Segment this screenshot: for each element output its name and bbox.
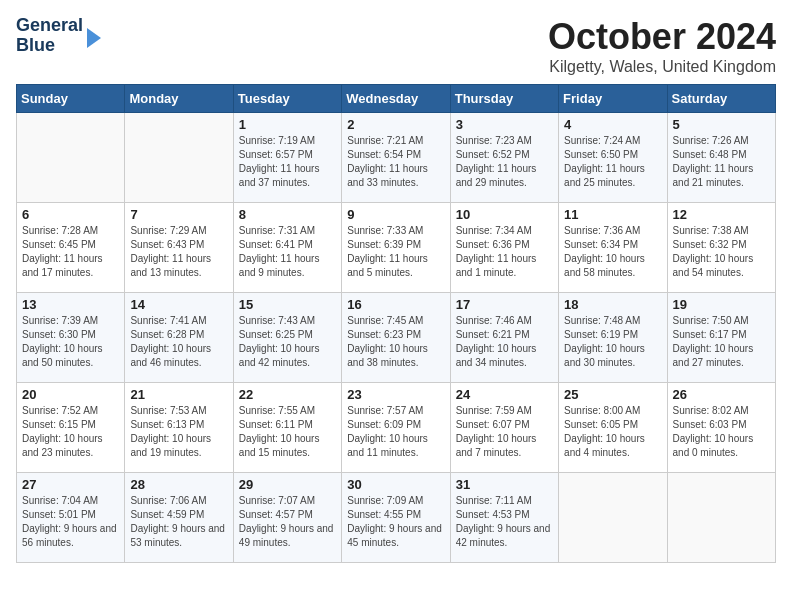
- day-info: Sunrise: 7:07 AM Sunset: 4:57 PM Dayligh…: [239, 494, 336, 550]
- day-of-week-header: Saturday: [667, 85, 775, 113]
- calendar-cell: 7Sunrise: 7:29 AM Sunset: 6:43 PM Daylig…: [125, 203, 233, 293]
- calendar-cell: 31Sunrise: 7:11 AM Sunset: 4:53 PM Dayli…: [450, 473, 558, 563]
- day-number: 6: [22, 207, 119, 222]
- day-info: Sunrise: 7:31 AM Sunset: 6:41 PM Dayligh…: [239, 224, 336, 280]
- calendar-cell: 13Sunrise: 7:39 AM Sunset: 6:30 PM Dayli…: [17, 293, 125, 383]
- calendar-week-row: 27Sunrise: 7:04 AM Sunset: 5:01 PM Dayli…: [17, 473, 776, 563]
- calendar-cell: 15Sunrise: 7:43 AM Sunset: 6:25 PM Dayli…: [233, 293, 341, 383]
- calendar-cell: 23Sunrise: 7:57 AM Sunset: 6:09 PM Dayli…: [342, 383, 450, 473]
- day-number: 2: [347, 117, 444, 132]
- day-of-week-header: Monday: [125, 85, 233, 113]
- calendar-cell: [125, 113, 233, 203]
- day-number: 21: [130, 387, 227, 402]
- day-info: Sunrise: 7:11 AM Sunset: 4:53 PM Dayligh…: [456, 494, 553, 550]
- day-number: 10: [456, 207, 553, 222]
- calendar-cell: 21Sunrise: 7:53 AM Sunset: 6:13 PM Dayli…: [125, 383, 233, 473]
- month-title: October 2024: [548, 16, 776, 58]
- day-info: Sunrise: 7:48 AM Sunset: 6:19 PM Dayligh…: [564, 314, 661, 370]
- calendar-week-row: 20Sunrise: 7:52 AM Sunset: 6:15 PM Dayli…: [17, 383, 776, 473]
- day-info: Sunrise: 7:39 AM Sunset: 6:30 PM Dayligh…: [22, 314, 119, 370]
- calendar-cell: 4Sunrise: 7:24 AM Sunset: 6:50 PM Daylig…: [559, 113, 667, 203]
- day-of-week-header: Sunday: [17, 85, 125, 113]
- day-number: 13: [22, 297, 119, 312]
- calendar-cell: 6Sunrise: 7:28 AM Sunset: 6:45 PM Daylig…: [17, 203, 125, 293]
- day-of-week-header: Tuesday: [233, 85, 341, 113]
- day-info: Sunrise: 7:53 AM Sunset: 6:13 PM Dayligh…: [130, 404, 227, 460]
- logo-text: General Blue: [16, 16, 83, 56]
- day-number: 18: [564, 297, 661, 312]
- day-info: Sunrise: 7:41 AM Sunset: 6:28 PM Dayligh…: [130, 314, 227, 370]
- calendar-cell: 25Sunrise: 8:00 AM Sunset: 6:05 PM Dayli…: [559, 383, 667, 473]
- day-info: Sunrise: 7:24 AM Sunset: 6:50 PM Dayligh…: [564, 134, 661, 190]
- day-number: 12: [673, 207, 770, 222]
- day-number: 11: [564, 207, 661, 222]
- day-number: 4: [564, 117, 661, 132]
- logo-arrow-icon: [87, 28, 101, 48]
- day-number: 15: [239, 297, 336, 312]
- calendar-cell: 2Sunrise: 7:21 AM Sunset: 6:54 PM Daylig…: [342, 113, 450, 203]
- day-info: Sunrise: 7:43 AM Sunset: 6:25 PM Dayligh…: [239, 314, 336, 370]
- calendar-cell: 22Sunrise: 7:55 AM Sunset: 6:11 PM Dayli…: [233, 383, 341, 473]
- day-number: 24: [456, 387, 553, 402]
- day-info: Sunrise: 7:19 AM Sunset: 6:57 PM Dayligh…: [239, 134, 336, 190]
- day-info: Sunrise: 7:57 AM Sunset: 6:09 PM Dayligh…: [347, 404, 444, 460]
- day-info: Sunrise: 7:52 AM Sunset: 6:15 PM Dayligh…: [22, 404, 119, 460]
- calendar-header: SundayMondayTuesdayWednesdayThursdayFrid…: [17, 85, 776, 113]
- day-info: Sunrise: 7:38 AM Sunset: 6:32 PM Dayligh…: [673, 224, 770, 280]
- day-info: Sunrise: 7:46 AM Sunset: 6:21 PM Dayligh…: [456, 314, 553, 370]
- day-of-week-header: Wednesday: [342, 85, 450, 113]
- title-block: October 2024 Kilgetty, Wales, United Kin…: [548, 16, 776, 76]
- header: General Blue October 2024 Kilgetty, Wale…: [16, 16, 776, 76]
- day-number: 8: [239, 207, 336, 222]
- day-number: 30: [347, 477, 444, 492]
- day-number: 19: [673, 297, 770, 312]
- day-info: Sunrise: 7:06 AM Sunset: 4:59 PM Dayligh…: [130, 494, 227, 550]
- calendar-cell: [559, 473, 667, 563]
- calendar-cell: 8Sunrise: 7:31 AM Sunset: 6:41 PM Daylig…: [233, 203, 341, 293]
- day-number: 3: [456, 117, 553, 132]
- day-info: Sunrise: 8:02 AM Sunset: 6:03 PM Dayligh…: [673, 404, 770, 460]
- day-number: 5: [673, 117, 770, 132]
- day-number: 22: [239, 387, 336, 402]
- day-info: Sunrise: 7:21 AM Sunset: 6:54 PM Dayligh…: [347, 134, 444, 190]
- day-info: Sunrise: 7:50 AM Sunset: 6:17 PM Dayligh…: [673, 314, 770, 370]
- day-number: 17: [456, 297, 553, 312]
- day-number: 25: [564, 387, 661, 402]
- calendar-cell: 1Sunrise: 7:19 AM Sunset: 6:57 PM Daylig…: [233, 113, 341, 203]
- calendar-cell: 12Sunrise: 7:38 AM Sunset: 6:32 PM Dayli…: [667, 203, 775, 293]
- calendar-cell: 18Sunrise: 7:48 AM Sunset: 6:19 PM Dayli…: [559, 293, 667, 383]
- calendar-cell: 9Sunrise: 7:33 AM Sunset: 6:39 PM Daylig…: [342, 203, 450, 293]
- calendar-week-row: 1Sunrise: 7:19 AM Sunset: 6:57 PM Daylig…: [17, 113, 776, 203]
- day-info: Sunrise: 7:26 AM Sunset: 6:48 PM Dayligh…: [673, 134, 770, 190]
- location: Kilgetty, Wales, United Kingdom: [548, 58, 776, 76]
- day-number: 14: [130, 297, 227, 312]
- day-info: Sunrise: 7:33 AM Sunset: 6:39 PM Dayligh…: [347, 224, 444, 280]
- calendar-cell: [17, 113, 125, 203]
- day-info: Sunrise: 7:23 AM Sunset: 6:52 PM Dayligh…: [456, 134, 553, 190]
- calendar-table: SundayMondayTuesdayWednesdayThursdayFrid…: [16, 84, 776, 563]
- calendar-cell: 14Sunrise: 7:41 AM Sunset: 6:28 PM Dayli…: [125, 293, 233, 383]
- logo: General Blue: [16, 16, 101, 56]
- calendar-cell: 17Sunrise: 7:46 AM Sunset: 6:21 PM Dayli…: [450, 293, 558, 383]
- day-number: 26: [673, 387, 770, 402]
- calendar-cell: 11Sunrise: 7:36 AM Sunset: 6:34 PM Dayli…: [559, 203, 667, 293]
- day-number: 7: [130, 207, 227, 222]
- calendar-cell: [667, 473, 775, 563]
- day-info: Sunrise: 7:04 AM Sunset: 5:01 PM Dayligh…: [22, 494, 119, 550]
- calendar-cell: 29Sunrise: 7:07 AM Sunset: 4:57 PM Dayli…: [233, 473, 341, 563]
- calendar-week-row: 6Sunrise: 7:28 AM Sunset: 6:45 PM Daylig…: [17, 203, 776, 293]
- header-row: SundayMondayTuesdayWednesdayThursdayFrid…: [17, 85, 776, 113]
- day-info: Sunrise: 7:29 AM Sunset: 6:43 PM Dayligh…: [130, 224, 227, 280]
- day-number: 27: [22, 477, 119, 492]
- day-number: 9: [347, 207, 444, 222]
- calendar-cell: 19Sunrise: 7:50 AM Sunset: 6:17 PM Dayli…: [667, 293, 775, 383]
- day-number: 28: [130, 477, 227, 492]
- calendar-cell: 24Sunrise: 7:59 AM Sunset: 6:07 PM Dayli…: [450, 383, 558, 473]
- calendar-cell: 3Sunrise: 7:23 AM Sunset: 6:52 PM Daylig…: [450, 113, 558, 203]
- calendar-cell: 16Sunrise: 7:45 AM Sunset: 6:23 PM Dayli…: [342, 293, 450, 383]
- day-info: Sunrise: 7:55 AM Sunset: 6:11 PM Dayligh…: [239, 404, 336, 460]
- day-info: Sunrise: 7:36 AM Sunset: 6:34 PM Dayligh…: [564, 224, 661, 280]
- calendar-cell: 5Sunrise: 7:26 AM Sunset: 6:48 PM Daylig…: [667, 113, 775, 203]
- day-number: 1: [239, 117, 336, 132]
- day-info: Sunrise: 7:34 AM Sunset: 6:36 PM Dayligh…: [456, 224, 553, 280]
